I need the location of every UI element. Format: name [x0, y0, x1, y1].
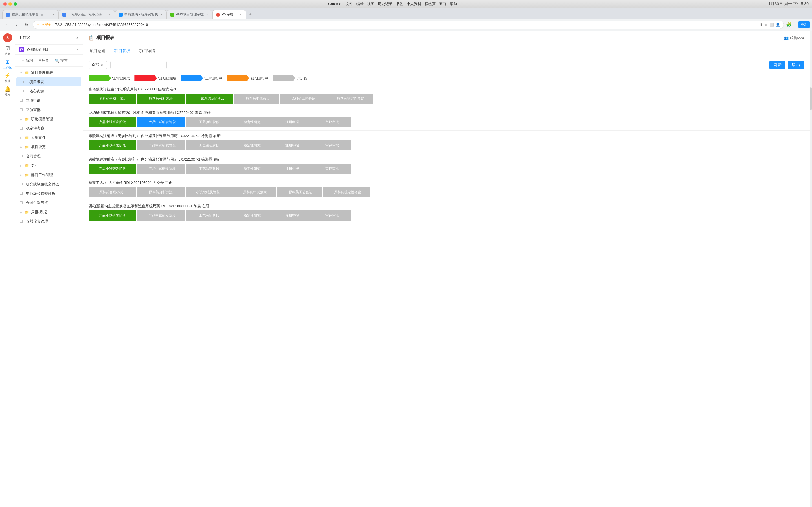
profile-icon[interactable]: 👤 — [776, 22, 780, 27]
tab-2[interactable]: 「程序人生」程序员接私活常用... ✕ — [59, 10, 115, 18]
nav-item-contract[interactable]: ☐ 合同管理 — [16, 152, 82, 161]
tag-action-btn[interactable]: # 标签 — [36, 57, 51, 64]
nav-item-dept[interactable]: ▶ 📁 部门工作管理 — [16, 170, 82, 179]
new-tab-button[interactable]: + — [246, 10, 255, 18]
back-button[interactable]: ‹ — [2, 21, 10, 29]
tab4-close[interactable]: ✕ — [205, 12, 209, 17]
project2-stage-4[interactable]: 稳定性研究 — [231, 117, 271, 127]
project3-stage-2[interactable]: 产品中试研发阶段 — [137, 140, 185, 151]
nav-item-project-change[interactable]: ▶ 📁 项目变更 — [16, 143, 82, 152]
project4-stage-1[interactable]: 产品小试研发阶段 — [89, 164, 137, 174]
menu-tabs[interactable]: 标签页 — [424, 1, 436, 6]
project3-stage-5[interactable]: 注册申报 — [271, 140, 311, 151]
nav-collapse-icon[interactable]: ◁ — [76, 36, 79, 40]
tab-overview[interactable]: 项目总览 — [89, 45, 107, 57]
nav-item-center[interactable]: ☐ 中心级验收交付板 — [16, 189, 82, 198]
project5-stage-1[interactable]: 原料药合成小试... — [89, 187, 137, 197]
nav-more-icon[interactable]: ··· — [70, 36, 74, 40]
tab-overflow[interactable]: ⋮ — [804, 15, 812, 18]
project1-stage-3[interactable]: 小试总结及阶段... — [186, 94, 234, 104]
menu-profile[interactable]: 个人资料 — [407, 1, 421, 6]
project5-stage-6[interactable]: 原料药稳定性考察 — [322, 187, 370, 197]
address-bar[interactable]: ⚠ 不安全 172.21.253.21:8088/pynbo/board/374… — [33, 20, 784, 29]
project4-stage-2[interactable]: 产品中试研发阶段 — [137, 164, 185, 174]
nav-item-weekly[interactable]: ▶ 📁 周报/月报 — [16, 208, 82, 217]
project3-stage-4[interactable]: 稳定性研究 — [231, 140, 271, 151]
project1-stage-4[interactable]: 原料药中试放大 — [234, 94, 279, 104]
nav-item-project-review[interactable]: ☐ 立项审批 — [16, 105, 82, 114]
share-icon[interactable]: ⬆ — [760, 22, 763, 27]
project6-stage-3[interactable]: 工艺验证阶段 — [186, 210, 231, 221]
project1-stage-2[interactable]: 原料药分析方法... — [137, 94, 185, 104]
menu-edit[interactable]: 编辑 — [356, 1, 364, 6]
project2-stage-1[interactable]: 产品小试研发阶段 — [89, 117, 137, 127]
project6-stage-4[interactable]: 稳定性研究 — [231, 210, 271, 221]
refresh-button[interactable]: ↻ — [22, 21, 31, 29]
fullscreen-button[interactable] — [13, 2, 17, 6]
tab-3[interactable]: 申请签约 - 程序员客栈 ✕ — [115, 10, 167, 18]
tab-pipeline[interactable]: 项目管线 — [113, 45, 132, 57]
project5-stage-2[interactable]: 原料药分析方法... — [137, 187, 185, 197]
menu-view[interactable]: 视图 — [367, 1, 374, 6]
project2-stage-6[interactable]: 审评审批 — [311, 117, 351, 127]
tab1-close[interactable]: ✕ — [52, 12, 55, 17]
export-button[interactable]: 导 出 — [788, 61, 804, 69]
project3-stage-1[interactable]: 产品小试研发阶段 — [89, 140, 137, 151]
project4-stage-6[interactable]: 审评审批 — [311, 164, 351, 174]
tab-detail[interactable]: 项目详情 — [138, 45, 156, 57]
menu-history[interactable]: 历史记录 — [378, 1, 393, 6]
tab2-close[interactable]: ✕ — [108, 12, 111, 17]
bookmark-icon[interactable]: ☆ — [764, 22, 768, 27]
project5-stage-3[interactable]: 小试总结及阶段... — [186, 187, 231, 197]
scrollbar-thumb[interactable] — [810, 87, 812, 110]
tab-1[interactable]: 程序员接私活平台_百度搜索 ✕ — [2, 10, 59, 18]
nav-item-rd-mgmt[interactable]: ▶ 📁 研发项目管理 — [16, 115, 82, 124]
nav-item-institute[interactable]: ☐ 研究院级验收交付板 — [16, 180, 82, 189]
filter-search-input[interactable] — [110, 61, 167, 69]
tab3-close[interactable]: ✕ — [160, 12, 163, 17]
project6-stage-2[interactable]: 产品中试研发阶段 — [137, 210, 185, 221]
project1-stage-5[interactable]: 原料药工艺验证 — [280, 94, 325, 104]
project6-stage-6[interactable]: 审评审批 — [311, 210, 351, 221]
project2-stage-3[interactable]: 工艺验证阶段 — [186, 117, 231, 127]
tab-4[interactable]: PMS项目管理系统 ✕ — [167, 10, 212, 18]
project2-stage-5[interactable]: 注册申报 — [271, 117, 311, 127]
nav-item-instrument[interactable]: ☐ 仪器仪表管理 — [16, 217, 82, 226]
extensions-icon[interactable]: 🧩 — [786, 22, 792, 27]
filter-all-select[interactable]: 全部 ▼ — [89, 61, 107, 69]
project3-stage-6[interactable]: 审评审批 — [311, 140, 351, 151]
member-count[interactable]: 👥 成员/224 — [784, 36, 804, 41]
nav-item-quality[interactable]: ▶ 📁 质量事件 — [16, 133, 82, 142]
nav-item-project-apply[interactable]: ☐ 立项申请 — [16, 96, 82, 105]
minimize-button[interactable] — [8, 2, 12, 6]
project1-stage-1[interactable]: 原料药合成小试... — [89, 94, 137, 104]
nav-item-core-resources[interactable]: ☐ 核心资源 — [16, 87, 82, 96]
sidebar-item-todo[interactable]: ☑ 待办 — [1, 45, 14, 57]
nav-item-project-report[interactable]: ☐ 项目报表 — [16, 77, 82, 87]
sidebar-item-quick[interactable]: ⚡ 快捷 — [1, 71, 14, 84]
nav-item-payment[interactable]: ☐ 合同付款节点 — [16, 198, 82, 207]
new-action-btn[interactable]: ＋ 新增 — [18, 57, 35, 64]
menu-file[interactable]: 文件 — [346, 1, 353, 6]
forward-button[interactable]: › — [12, 21, 20, 29]
menu-window[interactable]: 窗口 — [439, 1, 446, 6]
menu-bookmarks[interactable]: 书签 — [396, 1, 403, 6]
project4-stage-4[interactable]: 稳定性研究 — [231, 164, 271, 174]
project4-stage-5[interactable]: 注册申报 — [271, 164, 311, 174]
project6-stage-5[interactable]: 注册申报 — [271, 210, 311, 221]
project5-stage-4[interactable]: 原料药中试放大 — [231, 187, 276, 197]
nav-item-patent[interactable]: ▶ 📁 专利 — [16, 161, 82, 170]
more-icon[interactable]: ⋮ — [793, 22, 797, 27]
search-action-btn[interactable]: 🔍 搜索 — [52, 57, 70, 64]
project6-stage-1[interactable]: 产品小试研发阶段 — [89, 210, 137, 221]
pip-icon[interactable]: ⬜ — [769, 22, 774, 27]
nav-item-stability[interactable]: ☐ 稳定性考察 — [16, 124, 82, 133]
sidebar-item-notify[interactable]: 🔔 通知 — [1, 85, 14, 98]
nav-item-project-reports[interactable]: ▼ 📁 项目管理报表 — [16, 68, 82, 77]
user-avatar[interactable]: 人 — [3, 33, 12, 42]
refresh-button[interactable]: 刷 新 — [769, 61, 786, 69]
project2-stage-2[interactable]: 产品中试研发阶段 — [137, 117, 185, 127]
project-selector[interactable]: 齐 齐都研发项目 ▼ — [15, 45, 83, 55]
tab-5-active[interactable]: PM系统 ✕ — [212, 10, 246, 18]
project1-stage-6[interactable]: 原料药稳定性考察 — [325, 94, 373, 104]
